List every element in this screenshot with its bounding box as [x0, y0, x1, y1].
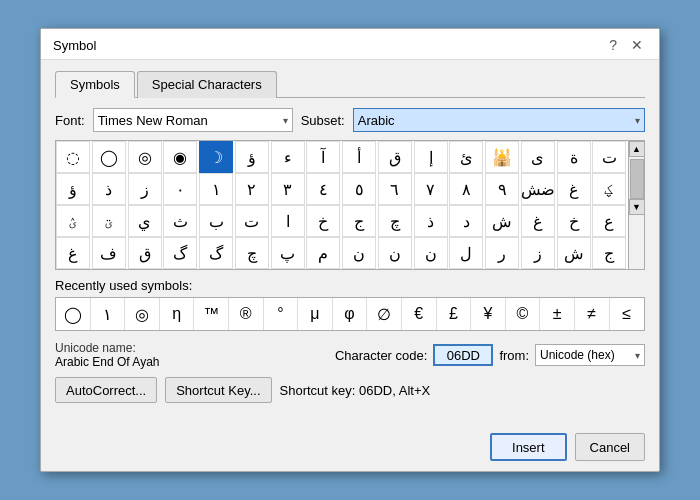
- symbol-cell[interactable]: ئ: [449, 141, 483, 173]
- symbol-cell[interactable]: ى: [521, 141, 555, 173]
- recently-used-cell[interactable]: ™: [194, 298, 229, 330]
- symbol-cell[interactable]: ن: [342, 237, 376, 269]
- symbol-cell[interactable]: ٥: [342, 173, 376, 205]
- symbol-cell[interactable]: ل: [449, 237, 483, 269]
- symbol-cell[interactable]: غ: [557, 173, 591, 205]
- autocorrect-button[interactable]: AutoCorrect...: [55, 377, 157, 403]
- symbol-cell[interactable]: گ: [199, 237, 233, 269]
- symbol-cell[interactable]: م: [306, 237, 340, 269]
- symbol-cell[interactable]: ج: [592, 237, 626, 269]
- recently-used-cell[interactable]: φ: [333, 298, 368, 330]
- cancel-button[interactable]: Cancel: [575, 433, 645, 461]
- recently-used-cell[interactable]: ¥: [471, 298, 506, 330]
- tab-symbols[interactable]: Symbols: [55, 71, 135, 98]
- symbol-cell[interactable]: ٣: [271, 173, 305, 205]
- symbol-cell[interactable]: آ: [306, 141, 340, 173]
- symbol-cell[interactable]: پ: [271, 237, 305, 269]
- symbol-cell[interactable]: ت: [592, 141, 626, 173]
- symbol-cell[interactable]: ة: [557, 141, 591, 173]
- shortcut-key-button[interactable]: Shortcut Key...: [165, 377, 271, 403]
- symbol-cell[interactable]: ٨: [449, 173, 483, 205]
- symbol-cell[interactable]: 🕌: [485, 141, 519, 173]
- scroll-down-btn[interactable]: ▼: [629, 199, 645, 215]
- symbol-cell[interactable]: ؤ: [235, 141, 269, 173]
- char-code-input[interactable]: [433, 344, 493, 366]
- symbol-cell[interactable]: ز: [128, 173, 162, 205]
- symbol-cell[interactable]: ف: [92, 237, 126, 269]
- symbol-cell[interactable]: ز: [521, 237, 555, 269]
- scroll-up-btn[interactable]: ▲: [629, 141, 645, 157]
- symbol-cell[interactable]: ضش: [521, 173, 555, 205]
- recently-used-cell[interactable]: μ: [298, 298, 333, 330]
- symbol-cell[interactable]: ر: [485, 237, 519, 269]
- symbol-cell[interactable]: ب: [199, 205, 233, 237]
- symbol-cell[interactable]: ◌: [56, 141, 90, 173]
- recently-used-label: Recently used symbols:: [55, 278, 645, 293]
- symbol-cell[interactable]: ذ: [92, 173, 126, 205]
- symbol-cell[interactable]: ؼ: [592, 173, 626, 205]
- symbol-cell[interactable]: ؽ: [56, 205, 90, 237]
- recently-used-cell[interactable]: η: [160, 298, 195, 330]
- symbol-cell[interactable]: ا: [271, 205, 305, 237]
- symbol-cell[interactable]: إ: [414, 141, 448, 173]
- symbol-cell[interactable]: ◎: [128, 141, 162, 173]
- recently-used-cell[interactable]: °: [264, 298, 299, 330]
- symbol-cell[interactable]: ١: [199, 173, 233, 205]
- close-button[interactable]: ✕: [627, 37, 647, 53]
- recently-used-cell[interactable]: ®: [229, 298, 264, 330]
- recently-used-cell[interactable]: ◯: [56, 298, 91, 330]
- symbol-cell[interactable]: ن: [414, 237, 448, 269]
- symbol-cell[interactable]: ٤: [306, 173, 340, 205]
- scroll-thumb[interactable]: [630, 159, 644, 199]
- recently-used-cell[interactable]: ≤: [610, 298, 645, 330]
- recently-used-cell[interactable]: ©: [506, 298, 541, 330]
- symbol-cell[interactable]: ؤ: [56, 173, 90, 205]
- recently-used-cell[interactable]: ≠: [575, 298, 610, 330]
- symbol-cell[interactable]: خ: [306, 205, 340, 237]
- from-label: from:: [499, 348, 529, 363]
- recently-used-cell[interactable]: £: [437, 298, 472, 330]
- recently-used-cell[interactable]: ∅: [367, 298, 402, 330]
- symbol-cell[interactable]: ق: [378, 141, 412, 173]
- help-button[interactable]: ?: [605, 37, 621, 53]
- symbol-cell[interactable]: ش: [557, 237, 591, 269]
- symbol-cell[interactable]: چ: [235, 237, 269, 269]
- symbol-cell[interactable]: ذ: [414, 205, 448, 237]
- symbol-cell[interactable]: گ: [163, 237, 197, 269]
- symbol-cell[interactable]: ج: [342, 205, 376, 237]
- insert-button[interactable]: Insert: [490, 433, 567, 461]
- symbol-cell[interactable]: ؾ: [92, 205, 126, 237]
- symbol-cell[interactable]: ن: [378, 237, 412, 269]
- symbol-cell[interactable]: ٠: [163, 173, 197, 205]
- symbol-cell[interactable]: ☽: [199, 141, 233, 173]
- symbol-cell[interactable]: ٧: [414, 173, 448, 205]
- dialog-title: Symbol: [53, 38, 96, 53]
- symbol-cell[interactable]: غ: [56, 237, 90, 269]
- symbol-cell[interactable]: ش: [485, 205, 519, 237]
- symbol-cell[interactable]: ي: [128, 205, 162, 237]
- symbol-cell[interactable]: ٩: [485, 173, 519, 205]
- symbol-cell[interactable]: ت: [235, 205, 269, 237]
- symbol-cell[interactable]: ◯: [92, 141, 126, 173]
- recently-used-cell[interactable]: ١: [91, 298, 126, 330]
- symbol-cell[interactable]: أ: [342, 141, 376, 173]
- symbol-cell[interactable]: ث: [163, 205, 197, 237]
- symbol-cell[interactable]: ◉: [163, 141, 197, 173]
- symbol-cell[interactable]: چ: [378, 205, 412, 237]
- recently-used-cell[interactable]: €: [402, 298, 437, 330]
- tab-special-characters[interactable]: Special Characters: [137, 71, 277, 98]
- symbol-cell[interactable]: ع: [592, 205, 626, 237]
- recently-used-cell[interactable]: ±: [540, 298, 575, 330]
- subset-select[interactable]: Arabic ▾: [353, 108, 645, 132]
- from-select[interactable]: Unicode (hex) ▾: [535, 344, 645, 366]
- symbol-cell[interactable]: د: [449, 205, 483, 237]
- symbol-cell[interactable]: خ: [557, 205, 591, 237]
- symbol-cell[interactable]: غ: [521, 205, 555, 237]
- symbol-cell[interactable]: ء: [271, 141, 305, 173]
- recently-used-cell[interactable]: ◎: [125, 298, 160, 330]
- font-select[interactable]: Times New Roman ▾: [93, 108, 293, 132]
- symbol-cell[interactable]: ق: [128, 237, 162, 269]
- symbol-cell[interactable]: ٦: [378, 173, 412, 205]
- font-label: Font:: [55, 113, 85, 128]
- symbol-cell[interactable]: ٢: [235, 173, 269, 205]
